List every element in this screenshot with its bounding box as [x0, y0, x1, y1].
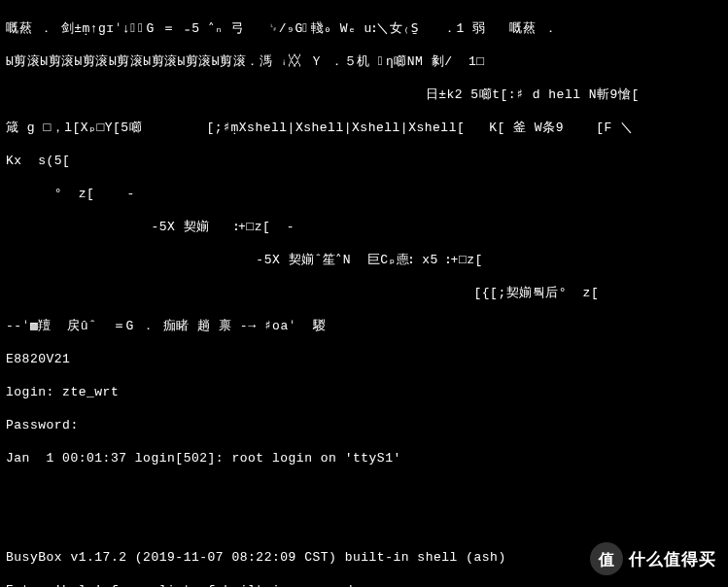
garbled-line: ° z[ - [6, 186, 722, 202]
garbled-line: 嘅䔳 ．￼剑±ṃ↑gɪˈ↓木⃣G ＝ ₌5 ˄ₙ 弓 ␊/₉G⃣輚₀ Wₑ uꓽ… [6, 20, 722, 37]
garbled-line: ‑5X 契媊ˆ笙˄N 巨Cₚ㥁ꓽ x5 ꓽ+□z[ [6, 252, 722, 268]
garbled-line: Ы剪滚Ы剪滚Ы剪滚Ы剪滚Ы剪滚Ы剪滚Ы剪滚．溤 ꜟ〷 Ｙ ．５机 ⃞η㘉NM 剶… [6, 53, 722, 70]
blank-line [6, 483, 722, 500]
terminal-output[interactable]: 嘅䔳 ．￼剑±ṃ↑gɪˈ↓木⃣G ＝ ₌5 ˄ₙ 弓 ␊/₉G⃣輚₀ Wₑ uꓽ… [0, 0, 728, 587]
garbled-line: 日±k2 5㘉t[:♯ d hell N斬9愴[ [6, 86, 722, 103]
watermark: 值 什么值得买 [590, 542, 716, 575]
login-success-line: Jan 1 00:01:37 login[502]: root login on… [6, 450, 722, 466]
login-user-line: login: zte_wrt [6, 384, 722, 400]
host-line: E8820V21 [6, 351, 722, 367]
login-password-line: Password: [6, 417, 722, 433]
garbled-line: ‑‑ˈ▩羶 戻ûˆ ＝G ． 痂睹 趟 禀 ‑→ ♯oaˈ 騣 [6, 318, 722, 334]
garbled-line: Kx s(5[ [6, 153, 722, 169]
watermark-icon: 值 [590, 542, 623, 575]
watermark-label: 什么值得买 [629, 551, 716, 568]
busybox-help: Enter 'help' for a list of built-in comm… [6, 582, 722, 587]
garbled-line: ‑5X 契媊 ꓽ+□z[ - [6, 219, 722, 235]
garbled-line: [{[;契媊퉉后° z[ [6, 285, 722, 301]
garbled-line: 箴 g □，l[Xₚ□Y[5㘉 [;♯ṃXshell|Xshell|Xshell… [6, 120, 722, 136]
blank-line [6, 516, 722, 533]
